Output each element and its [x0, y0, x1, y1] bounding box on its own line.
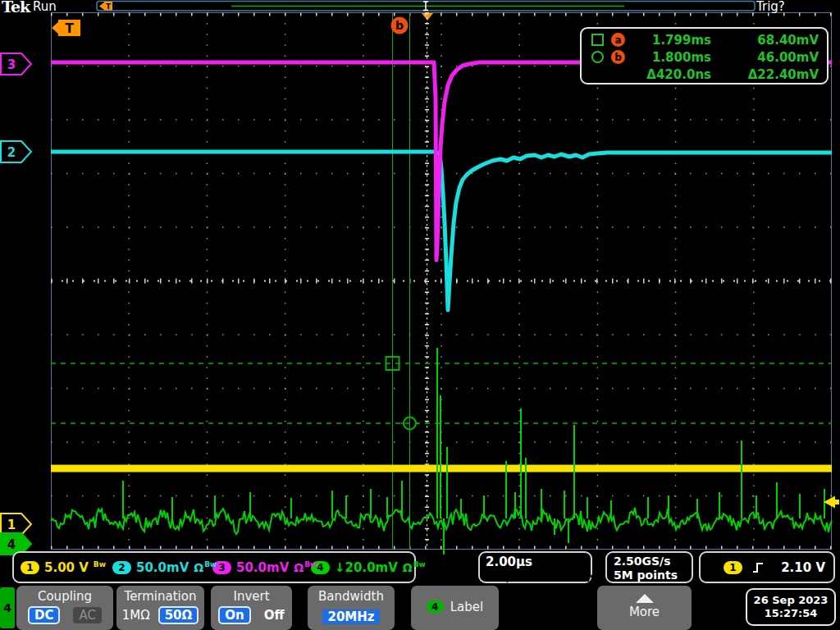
channel-3-marker: 3 [1, 53, 31, 75]
svg-text:1: 1 [7, 518, 16, 532]
scope-display: T 3214Tb [0, 0, 840, 630]
cursor-a-row: a 1.799ms 68.40mV [591, 31, 819, 48]
svg-text:2: 2 [7, 145, 16, 160]
channel-2-marker: 2 [1, 141, 31, 162]
ch4-readout: 4 ↓20.0mVΩ Bw [311, 560, 414, 575]
screen-markers: 3214Tb [1, 17, 839, 555]
record-view-strip: T [97, 2, 755, 21]
coupling-ac-option[interactable]: AC [73, 607, 101, 623]
trigger-delay-row: T→▼1.800000ms [486, 570, 591, 585]
menu-channel-tab: 4 [0, 587, 15, 628]
bandwidth-button[interactable]: Bandwidth 20MHz [308, 586, 395, 630]
ch2-readout: 2 50.0mVΩ Bw [112, 560, 212, 575]
coupling-button[interactable]: Coupling DC AC [16, 586, 113, 630]
label-channel-badge: 4 [427, 600, 444, 613]
cursor-a-time: 1.799ms [632, 33, 711, 48]
cursor-readout-box: a 1.799ms 68.40mV b 1.800ms 46.00mV Δ420… [580, 27, 829, 84]
sample-rate-box: 2.50GS/s 5M points [605, 551, 693, 583]
oscilloscope-screen: T 3214Tb Tek Run Trig? a 1.799ms 68.40mV… [0, 0, 840, 630]
ch3-ohm: Ω [294, 561, 304, 574]
waveform-traces [51, 62, 832, 555]
invert-off-option[interactable]: Off [264, 608, 285, 623]
timebase-readout-box: 2.00µs T→▼1.800000ms [478, 551, 592, 583]
sample-rate: 2.50GS/s [614, 555, 692, 568]
invert-on-option[interactable]: On [218, 606, 250, 624]
svg-text:T: T [65, 21, 74, 36]
cursor-a-badge: a [611, 33, 625, 47]
more-title: More [629, 605, 660, 619]
ch3-readout: 3 50.0mVΩ Bw [212, 560, 311, 575]
trigger-level-value: 2.10 V [781, 560, 825, 575]
tek-logo: Tek [2, 0, 30, 16]
trigger-source-badge: 1 [724, 561, 742, 574]
cursor-b-screen-badge[interactable]: b [391, 17, 409, 34]
cursor-a-square-icon [591, 34, 604, 46]
trigger-offscreen-t-marker: T [52, 20, 80, 36]
label-title: Label [450, 600, 483, 614]
record-length: 5M points [614, 568, 692, 582]
ch2-scale: 50.0mV [136, 560, 189, 575]
ch3-bw-flag: Bw [304, 560, 317, 568]
cursor-delta-time: Δ420.0ns [632, 67, 711, 82]
label-button[interactable]: 4 Label [411, 586, 499, 630]
svg-text:4: 4 [7, 537, 16, 552]
trigger-status: Trig? [756, 0, 785, 14]
cursor-a-value: 68.40mV [711, 33, 819, 48]
cursor-b-circle-icon [591, 51, 604, 63]
svg-text:3: 3 [7, 57, 16, 72]
ch1-bw-flag: Bw [94, 560, 106, 568]
more-up-arrow-icon [636, 594, 654, 603]
ch2-bw-flag: Bw [204, 560, 217, 568]
termination-50-option[interactable]: 50Ω [158, 606, 199, 624]
svg-text:T: T [106, 2, 112, 11]
ch1-scale: 5.00 V [44, 560, 89, 575]
invert-button[interactable]: Invert On Off [211, 586, 292, 630]
termination-1m-option[interactable]: 1MΩ [122, 608, 150, 623]
coupling-title: Coupling [38, 589, 92, 604]
cursor-b-row: b 1.800ms 46.00mV [591, 48, 819, 66]
svg-text:b: b [395, 19, 404, 32]
channel-readout-box: 1 5.00 V Bw 2 50.0mVΩ Bw 3 50.0mVΩ Bw 4 … [12, 551, 416, 583]
channel-1-marker: 1 [1, 514, 31, 535]
rising-edge-icon [752, 561, 764, 574]
acq-status: Run [33, 0, 57, 14]
cursor-b-badge: b [611, 50, 625, 64]
ch2-ohm: Ω [194, 561, 203, 574]
delay-arrows-icon: →▼ [492, 570, 512, 585]
date-value: 26 Sep 2023 [754, 594, 829, 607]
ch1-readout: 1 5.00 V Bw [21, 560, 112, 575]
datetime-box: 26 Sep 2023 15:27:54 [746, 588, 836, 626]
trigger-readout-box: 1 2.10 V [699, 551, 835, 583]
trigger-t-icon: T [486, 573, 491, 583]
more-button[interactable]: More [597, 586, 692, 630]
time-value: 15:27:54 [765, 607, 818, 620]
ch4-bw-flag: Bw [413, 560, 426, 568]
bandwidth-title: Bandwidth [318, 589, 384, 604]
cursor-b-time: 1.800ms [632, 50, 711, 65]
coupling-dc-option[interactable]: DC [28, 606, 60, 624]
bandwidth-20mhz-option[interactable]: 20MHz [322, 609, 379, 624]
termination-title: Termination [125, 589, 197, 604]
ch3-trace [51, 62, 832, 260]
ch2-badge: 2 [112, 561, 131, 574]
ch3-scale: 50.0mV [236, 560, 289, 575]
ch1-badge: 1 [21, 561, 39, 574]
termination-button[interactable]: Termination 1MΩ 50Ω [116, 586, 204, 630]
ch4-scale: ↓20.0mV [335, 560, 398, 575]
cursor-b-value: 46.00mV [711, 50, 819, 65]
invert-title: Invert [233, 589, 269, 604]
cursor-delta-row: Δ420.0ns Δ22.40mV [591, 66, 819, 83]
ch4-ohm: Ω [403, 561, 413, 574]
timebase-scale: 2.00µs [486, 555, 591, 569]
trigger-delay-value: 1.800000ms [513, 570, 597, 585]
cursor-delta-value: Δ22.40mV [711, 67, 819, 82]
